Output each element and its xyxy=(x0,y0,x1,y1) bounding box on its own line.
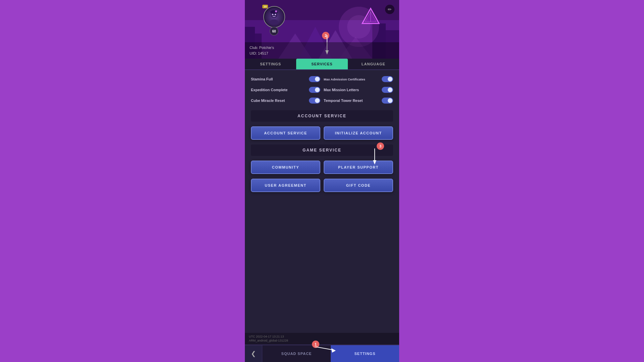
avatar-image xyxy=(265,7,284,27)
max-mission-label: Max Mission Letters xyxy=(324,88,359,92)
svg-marker-25 xyxy=(373,160,376,165)
account-service-buttons: ACCOUNT SERVICE INITIALIZE ACCOUNT xyxy=(251,126,393,140)
club-name: Potchie's xyxy=(259,46,274,50)
account-service-button[interactable]: ACCOUNT SERVICE xyxy=(251,126,320,140)
toggle-row-expedition: Expedition Complete xyxy=(251,87,320,93)
header-banner: 10 60 2 ✏ ⊕ xyxy=(245,0,399,59)
uid-value: 14517 xyxy=(258,51,268,55)
tab-services[interactable]: SERVICES xyxy=(296,59,347,69)
bottom-info-bar: UTC 2022-04-17 13:21:13 ARM_android_glob… xyxy=(245,333,399,345)
toggle-row-cube: Cube Miracle Reset xyxy=(251,98,320,104)
level-top-badge: 10 xyxy=(262,5,268,8)
toggle-row-admission: Max Admission Certificates xyxy=(324,76,393,82)
club-label: Club: xyxy=(250,46,258,50)
expedition-complete-toggle[interactable] xyxy=(309,87,320,93)
max-admission-toggle[interactable] xyxy=(382,76,393,82)
banner-info: Club: Potchie's UID: 14517 xyxy=(245,42,399,59)
game-service-wrapper: GAME SERVICE 3 xyxy=(251,144,393,156)
toggle-row-temporal: Temporal Tower Reset xyxy=(324,98,393,104)
bottom-info-line2: ARM_android_global-131228 xyxy=(249,339,395,343)
initialize-account-button[interactable]: INITIALIZE ACCOUNT xyxy=(324,126,393,140)
svg-marker-27 xyxy=(331,348,336,353)
cube-miracle-toggle[interactable] xyxy=(309,98,320,104)
game-service-buttons-row2: USER AGREEMENT GIFT CODE xyxy=(251,179,393,192)
tab-language[interactable]: LANGUAGE xyxy=(348,59,399,69)
bottom-info-line1: UTC 2022-04-17 13:21:13 xyxy=(249,335,395,339)
back-button[interactable]: ❮ 1 xyxy=(245,345,262,362)
avatar xyxy=(263,6,285,28)
svg-point-15 xyxy=(275,14,276,15)
toggles-grid: Stamina Full Max Admission Certificates … xyxy=(251,76,393,104)
community-button[interactable]: COMMUNITY xyxy=(251,161,320,174)
temporal-tower-label: Temporal Tower Reset xyxy=(324,99,363,103)
account-service-header: ACCOUNT SERVICE xyxy=(251,110,393,122)
pencil-icon: ✏ xyxy=(388,7,392,12)
stamina-full-toggle[interactable] xyxy=(309,76,320,82)
svg-point-13 xyxy=(270,19,278,24)
player-support-button[interactable]: PLAYER SUPPORT xyxy=(324,161,393,174)
max-mission-toggle[interactable] xyxy=(382,87,393,93)
max-admission-label: Max Admission Certificates xyxy=(324,77,365,81)
stamina-full-label: Stamina Full xyxy=(251,77,273,81)
bottom-nav: ❮ 1 SQUAD SPACE SETTINGS xyxy=(245,345,399,362)
user-agreement-button[interactable]: USER AGREEMENT xyxy=(251,179,320,192)
game-panel: 10 60 2 ✏ ⊕ xyxy=(245,0,399,362)
annotation-1: 1 xyxy=(312,341,319,348)
tab-settings[interactable]: SETTINGS xyxy=(245,59,296,69)
content-area: Stamina Full Max Admission Certificates … xyxy=(245,70,399,333)
settings-nav-label: SETTINGS xyxy=(354,352,375,356)
tabs-bar: SETTINGS SERVICES LANGUAGE xyxy=(245,59,399,70)
svg-point-14 xyxy=(272,14,273,15)
triangle-logo xyxy=(361,7,381,27)
toggle-row-mission: Max Mission Letters xyxy=(324,87,393,93)
avatar-level-badge: 60 xyxy=(270,27,278,36)
back-icon: ❮ xyxy=(251,350,256,357)
expedition-complete-label: Expedition Complete xyxy=(251,88,287,92)
cube-miracle-label: Cube Miracle Reset xyxy=(251,99,285,103)
settings-pencil-button[interactable]: ✏ xyxy=(385,5,394,14)
gift-code-button[interactable]: GIFT CODE xyxy=(324,179,393,192)
svg-point-18 xyxy=(275,10,277,12)
squad-space-label: SQUAD SPACE xyxy=(281,352,312,356)
uid-label: UID: xyxy=(250,51,257,55)
toggle-row-stamina: Stamina Full xyxy=(251,76,320,82)
svg-line-26 xyxy=(315,347,333,350)
temporal-tower-toggle[interactable] xyxy=(382,98,393,104)
annotation-2: 2 xyxy=(322,32,329,39)
